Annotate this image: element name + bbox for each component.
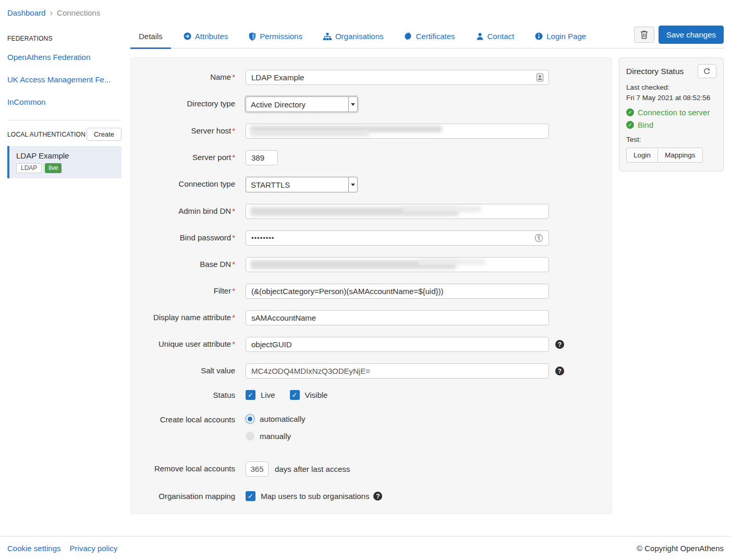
salt-value-input[interactable]: MC4zODQ4MDIxNzQ3ODEyNjE= <box>246 363 549 379</box>
name-label: Name <box>210 72 231 81</box>
remove-local-accounts-label: Remove local accounts <box>154 464 235 473</box>
tab-attributes-label: Attributes <box>195 32 228 41</box>
unique-user-attribute-label: Unique user attribute <box>159 339 231 348</box>
help-icon[interactable]: ? <box>555 367 564 375</box>
test-label: Test: <box>626 136 716 143</box>
required-marker: * <box>232 233 235 242</box>
test-mappings-button[interactable]: Mappings <box>658 148 703 163</box>
filter-value: (&(objectCategory=Person)(sAMAccountName… <box>251 287 444 296</box>
salt-value-label: Salt value <box>201 366 235 375</box>
create-button[interactable]: Create <box>87 128 121 141</box>
server-host-input[interactable] <box>246 124 549 139</box>
tab-details[interactable]: Details <box>130 25 171 49</box>
directory-status-panel: Directory Status Last checked: Fri 7 May… <box>619 57 724 172</box>
server-host-label: Server host <box>191 126 231 135</box>
certificate-seal-icon <box>404 32 412 40</box>
bind-password-value: •••••••• <box>251 234 274 242</box>
required-marker: * <box>232 286 235 295</box>
check-circle-icon: ✓ <box>626 108 634 116</box>
chevron-down-icon <box>348 177 357 192</box>
connection-type-value: STARTTLS <box>246 177 348 192</box>
display-name-attribute-input[interactable]: sAMAccountName <box>246 310 549 325</box>
map-users-checkbox[interactable]: ✓ <box>246 491 255 501</box>
tab-login-page-label: Login Page <box>546 32 586 41</box>
unique-user-attribute-input[interactable]: objectGUID <box>246 337 549 352</box>
tab-permissions[interactable]: Permissions <box>249 25 302 48</box>
bind-password-label: Bind password <box>180 233 231 242</box>
bind-check-label: Bind <box>638 120 653 129</box>
contact-autofill-icon[interactable] <box>537 73 543 82</box>
form-row-unique-user-attribute: Unique user attribute* objectGUID ? <box>131 337 612 352</box>
form-row-organisation-mapping: Organisation mapping ✓ Map users to sub … <box>131 491 612 501</box>
federations-heading: FEDERATIONS <box>7 35 121 42</box>
privacy-policy-link[interactable]: Privacy policy <box>70 544 118 553</box>
filter-input[interactable]: (&(objectCategory=Person)(sAMAccountName… <box>246 284 549 299</box>
tab-bar: Details Attributes Permissions <box>130 25 724 48</box>
sidebar-item-ldap-example[interactable]: LDAP Example LDAP live <box>7 146 121 178</box>
visible-checkbox-label: Visible <box>305 391 328 399</box>
test-login-button[interactable]: Login <box>626 148 658 163</box>
automatically-radio[interactable] <box>246 415 254 423</box>
remove-days-input[interactable]: 365 <box>246 461 269 477</box>
breadcrumb-dashboard-link[interactable]: Dashboard <box>7 8 45 17</box>
required-marker: * <box>232 153 235 162</box>
last-checked-label: Last checked: <box>626 83 716 91</box>
tab-login-page[interactable]: Login Page <box>535 25 586 48</box>
salt-value-value: MC4zODQ4MDIxNzQ3ODEyNjE= <box>251 367 370 375</box>
breadcrumb-current: Connections <box>57 8 100 17</box>
tab-contact-label: Contact <box>488 32 515 41</box>
visible-checkbox[interactable]: ✓ <box>290 390 300 400</box>
form-row-connection-type: Connection type STARTTLS <box>131 177 612 192</box>
details-form-panel: Name* LDAP Example Directory <box>130 57 612 514</box>
server-port-label: Server port <box>192 153 231 162</box>
tab-details-label: Details <box>139 32 163 41</box>
breadcrumb: Dashboard › Connections <box>0 0 731 25</box>
connection-name: LDAP Example <box>16 151 115 160</box>
refresh-button[interactable] <box>698 64 716 78</box>
directory-status-title: Directory Status <box>626 67 684 76</box>
form-row-bind-password: Bind password* •••••••• <box>131 230 612 246</box>
delete-button[interactable] <box>634 27 654 43</box>
cookie-settings-link[interactable]: Cookie settings <box>7 544 61 553</box>
directory-type-select[interactable]: Active Directory <box>246 96 358 112</box>
form-row-salt-value: Salt value MC4zODQ4MDIxNzQ3ODEyNjE= ? <box>131 363 612 379</box>
connection-live-badge: live <box>45 163 62 173</box>
page: Dashboard › Connections FEDERATIONS Open… <box>0 0 731 560</box>
server-port-input[interactable]: 389 <box>246 150 278 165</box>
tab-organisations-label: Organisations <box>335 32 384 41</box>
sidebar-item-incommon[interactable]: InCommon <box>7 98 121 106</box>
help-icon[interactable]: ? <box>555 340 564 349</box>
tab-permissions-label: Permissions <box>260 32 302 41</box>
person-icon <box>476 32 484 40</box>
footer: Cookie settings Privacy policy © Copyrig… <box>0 536 731 560</box>
save-changes-button[interactable]: Save changes <box>659 26 724 44</box>
base-dn-input[interactable] <box>246 257 549 272</box>
connection-check-label: Connection to server <box>638 108 710 117</box>
tab-certificates[interactable]: Certificates <box>404 25 455 48</box>
help-icon[interactable]: ? <box>373 492 382 501</box>
status-label: Status <box>213 391 235 399</box>
redacted-value <box>418 259 486 265</box>
manually-radio-label: manually <box>260 432 291 441</box>
sidebar-item-openathens-federation[interactable]: OpenAthens Federation <box>7 53 121 62</box>
check-circle-icon: ✓ <box>626 121 634 129</box>
admin-bind-dn-input[interactable] <box>246 204 549 219</box>
tab-contact[interactable]: Contact <box>476 25 515 48</box>
name-input[interactable]: LDAP Example <box>246 70 549 85</box>
last-checked-value: Fri 7 May 2021 at 08:52:56 <box>626 94 716 102</box>
bind-password-input[interactable]: •••••••• <box>246 230 549 246</box>
tab-organisations[interactable]: Organisations <box>323 25 384 48</box>
organisation-mapping-label: Organisation mapping <box>159 492 235 501</box>
connection-type-select[interactable]: STARTTLS <box>246 177 358 192</box>
redacted-value <box>403 206 481 212</box>
tab-attributes[interactable]: Attributes <box>184 25 228 48</box>
display-name-attribute-label: Display name attribute <box>153 313 231 322</box>
live-checkbox[interactable]: ✓ <box>246 390 255 400</box>
sidebar-item-uk-access-management[interactable]: UK Access Management Fe... <box>7 75 121 84</box>
remove-days-suffix: days after last access <box>275 465 350 473</box>
password-key-icon[interactable] <box>534 234 543 242</box>
sitemap-icon <box>323 33 332 40</box>
manually-radio[interactable] <box>246 432 254 441</box>
automatically-radio-label: automatically <box>260 415 306 423</box>
shield-icon <box>249 32 256 41</box>
